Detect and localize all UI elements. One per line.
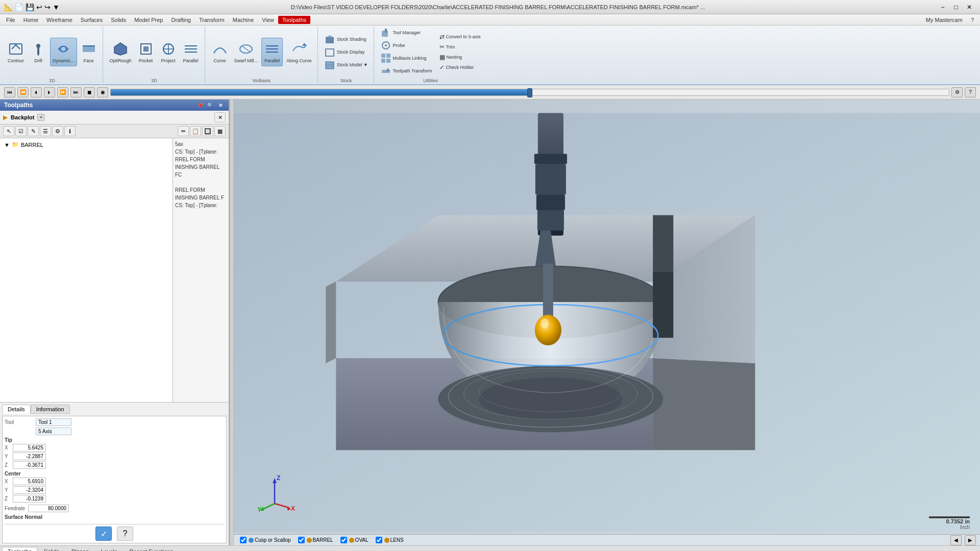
axes-svg: Z Y X (254, 473, 295, 514)
ribbon-btn-pocket[interactable]: Pocket (135, 38, 157, 66)
tb-filter[interactable]: ☰ (40, 126, 51, 136)
ribbon-btn-stock-model[interactable]: Stock Model ▼ (322, 59, 371, 71)
menu-modelprep[interactable]: Model Prep (130, 16, 167, 24)
play-stop[interactable]: ◼ (84, 87, 95, 97)
resize-handle[interactable] (230, 99, 234, 545)
vp-scroll-left[interactable]: ◀ (950, 535, 962, 545)
ribbon-btn-stock-shading[interactable]: Stock Shading (322, 33, 371, 45)
ribbon-btn-parallel-ma[interactable]: Parallel (261, 38, 283, 66)
backplot-panel: ▶ Backplot + ✕ (0, 111, 229, 124)
play-back-fast[interactable]: ⏪ (17, 87, 29, 97)
tb-info[interactable]: ℹ (64, 126, 76, 136)
vp-scroll-right[interactable]: ▶ (965, 535, 976, 545)
tab-information[interactable]: Information (31, 405, 70, 414)
ribbon-btn-check-holder[interactable]: ✓ Check Holder (437, 63, 483, 72)
accept-button[interactable]: ✓ (95, 527, 112, 541)
tb-edit[interactable]: ✎ (28, 126, 39, 136)
tip-y-row: Y -2.2887 (5, 453, 224, 460)
play-help[interactable]: ? (965, 87, 976, 97)
menu-toolpaths[interactable]: Toolpaths (278, 16, 310, 24)
more-icon[interactable]: ▼ (53, 3, 60, 11)
tab-recent-functions[interactable]: Recent Functions (124, 547, 179, 552)
ribbon-btn-convert-5ax[interactable]: ⇄ Convert to 5-axis (437, 32, 483, 41)
svg-rect-55 (534, 154, 567, 164)
hdr-pin-btn[interactable]: 📌 (196, 101, 204, 109)
hdr-close-btn[interactable]: ✕ (216, 101, 225, 109)
group-label-3d: 3D (151, 78, 157, 83)
ribbon-btn-tool-manager[interactable]: Tool Manager (378, 27, 435, 39)
tree-item-barrel[interactable]: ▼ 📁 BARREL (2, 140, 170, 149)
menu-surfaces[interactable]: Surfaces (77, 16, 107, 24)
ribbon-btn-trim[interactable]: ✂ Trim (437, 42, 483, 52)
minimize-button[interactable]: − (936, 2, 949, 12)
curve-label: Curve (214, 58, 226, 63)
ribbon-btn-face[interactable]: Face (78, 38, 100, 66)
tb-toggle[interactable]: ☑ (15, 126, 27, 136)
maximize-button[interactable]: □ (949, 2, 963, 12)
play-forward[interactable]: ⏵ (44, 87, 55, 97)
ribbon-btn-toolpath-transform[interactable]: Toolpath Transform (378, 65, 435, 77)
ribbon-btn-nesting[interactable]: ▦ Nesting (437, 53, 483, 62)
tb-select[interactable]: ↖ (3, 126, 14, 136)
play-to-end[interactable]: ⏭ (70, 87, 82, 97)
help-button[interactable]: ? (117, 527, 133, 541)
new-icon[interactable]: 📄 (15, 3, 23, 11)
close-button[interactable]: ✕ (963, 2, 976, 12)
ribbon-btn-dynamic[interactable]: Dynamic... (50, 38, 77, 66)
face-icon (81, 41, 97, 57)
menu-solids[interactable]: Solids (107, 16, 130, 24)
tab-planes[interactable]: Planes (66, 547, 94, 552)
ribbon-btn-contour[interactable]: Contour (5, 38, 27, 66)
tb-options[interactable]: ⚙ (52, 126, 63, 136)
menu-wireframe[interactable]: Wireframe (42, 16, 77, 24)
tb-view3[interactable]: 🔲 (202, 126, 213, 136)
menu-transform[interactable]: Transform (195, 16, 229, 24)
ribbon-btn-multiaxis-linking[interactable]: Multiaxis Linking (378, 52, 435, 64)
ribbon-btn-along-curve[interactable]: Along Curve (284, 38, 314, 66)
menu-file[interactable]: File (2, 16, 19, 24)
ribbon-btn-optirough[interactable]: OptiRough (107, 38, 134, 66)
menu-mymastercam[interactable]: My Mastercam (922, 16, 967, 24)
tb-view2[interactable]: 📋 (190, 126, 201, 136)
tab-toolpaths[interactable]: Toolpaths (2, 547, 37, 552)
play-forward-fast[interactable]: ⏩ (57, 87, 68, 97)
play-record[interactable]: ◉ (97, 87, 108, 97)
backplot-expand[interactable]: + (37, 114, 44, 121)
ribbon-btn-parallel[interactable]: Parallel (180, 38, 202, 66)
ribbon-btn-probe[interactable]: Probe (378, 39, 435, 52)
redo-icon[interactable]: ↪ (44, 3, 51, 11)
progress-thumb[interactable] (527, 88, 532, 97)
play-to-start[interactable]: ⏮ (4, 87, 15, 97)
backplot-close-btn[interactable]: ✕ (214, 112, 226, 122)
tip-y-value: -2.2887 (13, 453, 46, 460)
menu-view[interactable]: View (258, 16, 278, 24)
tab-levels[interactable]: Levels (95, 547, 123, 552)
center-x-label: X (5, 479, 11, 484)
hdr-search-btn[interactable]: 🔍 (206, 101, 214, 109)
menu-machine[interactable]: Machine (229, 16, 258, 24)
ribbon-btn-project[interactable]: Project (158, 38, 179, 66)
barrel-checkbox[interactable] (298, 537, 305, 543)
undo-icon[interactable]: ↩ (36, 3, 42, 11)
tb-view4[interactable]: ▦ (214, 126, 226, 136)
menu-drafting[interactable]: Drafting (167, 16, 195, 24)
progress-bar-container[interactable] (110, 89, 949, 96)
tool-value: Tool 1 (36, 418, 71, 426)
ribbon-btn-drill[interactable]: Drill (28, 38, 49, 66)
tb-view1[interactable]: ✏ (178, 126, 189, 136)
tab-solids[interactable]: Solids (38, 547, 65, 552)
backplot-label: Backplot (11, 114, 34, 120)
save-icon[interactable]: 💾 (26, 3, 34, 11)
ribbon-btn-stock-display[interactable]: Stock Display (322, 46, 371, 58)
ribbon-btn-swarf[interactable]: Swarf Mill... (232, 38, 261, 66)
oval-checkbox[interactable] (340, 537, 347, 543)
menu-help[interactable]: ? (967, 16, 978, 24)
play-back[interactable]: ⏴ (31, 87, 42, 97)
ribbon-btn-curve[interactable]: Curve (209, 38, 231, 66)
menu-home[interactable]: Home (19, 16, 42, 24)
tab-details[interactable]: Details (2, 405, 31, 414)
tool-manager-label: Tool Manager (393, 30, 421, 35)
cusp-checkbox[interactable] (240, 537, 247, 543)
play-settings[interactable]: ⚙ (951, 87, 963, 97)
lens-checkbox[interactable] (376, 537, 382, 543)
